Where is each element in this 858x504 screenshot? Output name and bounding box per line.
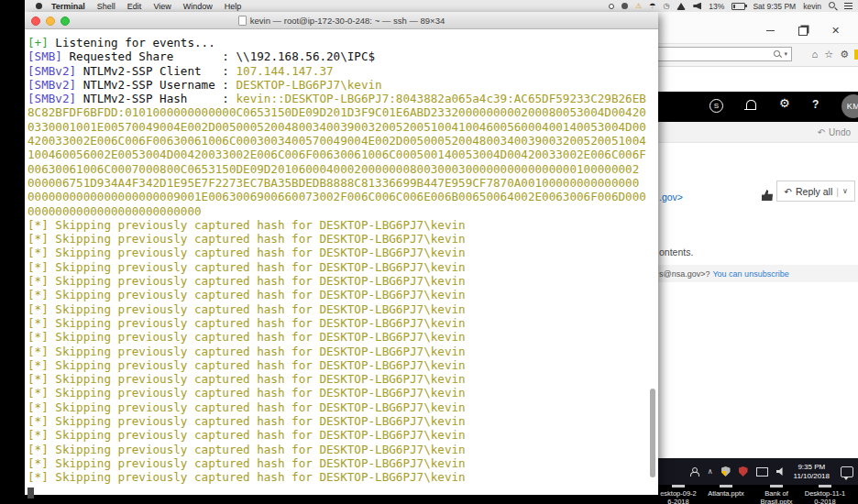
desktop-icons-row: esktop-09-26-2018Atlanta.pptxBank ofBras…: [658, 485, 858, 504]
gear-icon[interactable]: ⚙: [840, 47, 849, 61]
zoom-button[interactable]: [60, 16, 70, 26]
favorites-star-icon[interactable]: ☆: [824, 47, 833, 61]
browser-action-icons: ⌂ ☆ ⚙: [812, 47, 849, 61]
desktop-file[interactable]: Desktop-11-10-2018: [799, 485, 851, 504]
terminal-line: [*] Skipping previously captured hash fo…: [28, 274, 658, 288]
desktop-file[interactable]: Bank ofBrasil.pptx: [751, 485, 802, 504]
volume-icon[interactable]: [693, 3, 701, 10]
antivirus-shield-icon[interactable]: [739, 466, 748, 477]
taskbar-clock[interactable]: 9:35 PM 11/10/2018: [794, 463, 830, 481]
chevron-down-icon[interactable]: ∨: [842, 187, 848, 195]
menu-bar-menus: TerminalShellEditViewWindowHelp: [51, 2, 241, 11]
terminal-line: [*] Skipping previously captured hash fo…: [28, 428, 658, 442]
defender-shield-icon[interactable]: [721, 466, 731, 477]
network-tray-icon[interactable]: [756, 467, 768, 477]
terminal-cursor-row: [28, 485, 658, 499]
terminal-line: 0000000000000000000000000: [28, 204, 658, 218]
search-icon: [774, 50, 781, 58]
desktop-file[interactable]: Atlanta.pptx: [700, 485, 752, 498]
terminal-titlebar[interactable]: kevin — root@ip-172-30-0-248: ~ — ssh — …: [25, 12, 658, 29]
gear-icon[interactable]: ⚙: [779, 96, 790, 110]
skype-icon[interactable]: S: [710, 99, 723, 113]
menu-bar-status: ⚠ ☂ ◷ 13% Sat 9:35 PM kevin: [609, 2, 858, 11]
desktop-file-label: 0-2018: [799, 498, 851, 504]
reply-all-label: Reply all: [796, 186, 832, 197]
terminal-line: [SMBv2] NTLMv2-SSP Username : DESKTOP-LB…: [28, 78, 658, 92]
taskbar-time: 9:35 PM: [794, 463, 830, 472]
terminal-line: [*] Skipping previously captured hash fo…: [28, 260, 658, 274]
window-controls: ✕: [766, 25, 858, 37]
people-tray-icon[interactable]: [690, 467, 699, 477]
windows-desktop: ✕ ▾ ⌂ ☆ ⚙ S ⚙ ? KM ↶ Undo .gov>: [658, 12, 858, 504]
battery-percent: 13%: [709, 2, 724, 11]
terminal-window: kevin — root@ip-172-30-0-248: ~ — ssh — …: [25, 12, 658, 495]
terminal-line: [*] Skipping previously captured hash fo…: [28, 288, 658, 301]
unsubscribe-bar: s@nsa.gov>? You can unsubscribe: [658, 265, 858, 282]
close-button[interactable]: [31, 16, 40, 26]
terminal-line: [*] Skipping previously captured hash fo…: [28, 400, 658, 414]
terminal-line: [*] Skipping previously captured hash fo…: [28, 414, 658, 428]
desktop-file[interactable]: esktop-09-26-2018: [658, 485, 704, 504]
help-icon[interactable]: ?: [812, 98, 819, 111]
sender-address-fragment[interactable]: .gov>: [659, 192, 683, 203]
minimize-button[interactable]: [46, 16, 55, 26]
macos-menu-bar: TerminalShellEditViewWindowHelp ⚠ ☂ ◷ 13…: [25, 0, 858, 13]
apple-menu-icon[interactable]: [36, 3, 42, 9]
restore-button[interactable]: [798, 27, 808, 36]
terminal-line: [*] Skipping previously captured hash fo…: [28, 330, 658, 344]
undo-button[interactable]: Undo: [829, 127, 851, 137]
terminal-title-text: kevin — root@ip-172-30-0-248: ~ — ssh — …: [250, 16, 445, 26]
home-icon[interactable]: ⌂: [812, 47, 819, 61]
avatar[interactable]: KM: [842, 94, 858, 118]
bell-icon[interactable]: [746, 100, 756, 109]
reply-all-button[interactable]: ↶ Reply all | ∨: [776, 181, 855, 202]
umbrella-icon[interactable]: ☂: [649, 3, 655, 10]
desktop-file-label: Bank of: [751, 489, 802, 498]
terminal-line: [*] Skipping previously captured hash fo…: [28, 246, 658, 259]
desktop-file-label: Atlanta.pptx: [700, 489, 752, 498]
close-button[interactable]: ✕: [831, 25, 840, 37]
terminal-line: [*] Skipping previously captured hash fo…: [28, 302, 658, 316]
terminal-line: [SMBv2] NTLMv2-SSP Hash : kevin::DESKTOP…: [28, 92, 658, 105]
menu-help[interactable]: Help: [225, 2, 242, 11]
menu-edit[interactable]: Edit: [127, 2, 142, 11]
undo-bar: ↶ Undo: [658, 122, 858, 143]
terminal-line: [*] Skipping previously captured hash fo…: [28, 456, 658, 470]
terminal-cursor: [28, 488, 34, 499]
tray-chevron-up-icon[interactable]: ∧: [708, 468, 713, 476]
action-center-icon[interactable]: [841, 466, 853, 477]
notification-center-icon[interactable]: [844, 3, 852, 10]
terminal-line: 420033002E006C006F00630061006C0003003400…: [28, 134, 658, 148]
menu-shell[interactable]: Shell: [97, 2, 116, 11]
menu-bar-clock[interactable]: Sat 9:35 PM: [753, 2, 796, 11]
desktop-file-label: Brasil.pptx: [751, 498, 802, 504]
app-status-icon[interactable]: [609, 4, 614, 9]
traffic-lights: [31, 16, 70, 26]
undo-icon: ↶: [818, 127, 825, 137]
terminal-line: [*] Skipping previously captured hash fo…: [28, 386, 658, 400]
spotlight-search-icon[interactable]: [829, 2, 837, 10]
unsubscribe-link[interactable]: You can unsubscribe: [712, 269, 788, 279]
terminal-content[interactable]: [+] Listening for events...[SMB] Request…: [25, 29, 658, 501]
terminal-line: [*] Skipping previously captured hash fo…: [28, 372, 658, 386]
menu-terminal[interactable]: Terminal: [51, 2, 85, 11]
menu-bar-user[interactable]: kevin: [803, 2, 821, 11]
desktop-file-label: esktop-09-2: [658, 489, 704, 498]
scrollbar-thumb[interactable]: [650, 389, 655, 477]
volume-tray-icon[interactable]: [776, 467, 786, 476]
chevron-down-icon[interactable]: ▾: [784, 50, 787, 58]
wifi-icon[interactable]: [676, 3, 686, 10]
terminal-line: [*] Skipping previously captured hash fo…: [28, 470, 658, 484]
warning-icon[interactable]: ⚠: [635, 3, 642, 10]
terminal-line: [*] Skipping previously captured hash fo…: [28, 345, 658, 358]
terminal-line: [SMBv2] NTLMv2-SSP Client : 107.144.147.…: [28, 64, 658, 78]
address-search-input[interactable]: ▾: [658, 47, 792, 61]
app-status-icon[interactable]: [622, 3, 628, 9]
minimize-button[interactable]: [766, 30, 775, 32]
reply-all-icon: ↶: [784, 186, 792, 197]
menu-view[interactable]: View: [153, 2, 170, 11]
favicon-partial: [854, 49, 858, 60]
menu-window[interactable]: Window: [183, 2, 213, 11]
like-thumb-icon[interactable]: [762, 190, 773, 201]
clock-icon[interactable]: ◷: [663, 2, 669, 10]
